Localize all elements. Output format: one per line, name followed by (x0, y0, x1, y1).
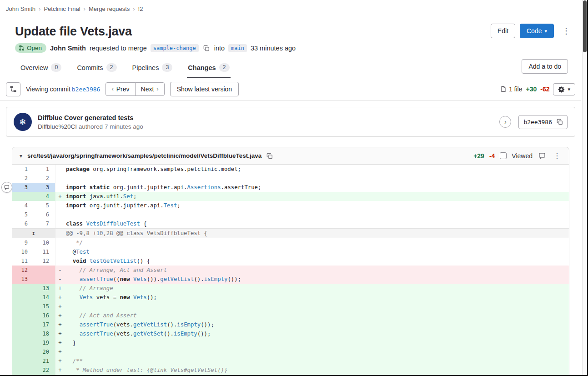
new-line-number[interactable]: 22 (34, 366, 55, 375)
new-line-number[interactable]: 2 (34, 174, 55, 183)
old-line-number[interactable]: 5 (12, 210, 34, 219)
diff-sign-cell: - (55, 266, 65, 275)
prev-commit-button[interactable]: ‹ Prev (106, 82, 135, 96)
new-line-number[interactable]: 10 (34, 238, 55, 248)
mr-options-kebab-button[interactable]: ⋮ (558, 24, 574, 38)
target-branch-label[interactable]: main (228, 44, 247, 52)
edit-button[interactable]: Edit (491, 24, 515, 38)
code-line: // Act and Assert (65, 311, 569, 320)
code-line: import static org.junit.jupiter.api.Asse… (65, 183, 569, 192)
tab-changes[interactable]: Changes 2 (187, 57, 230, 78)
new-line-number[interactable]: 17 (34, 320, 55, 329)
tab-overview[interactable]: Overview 0 (20, 57, 62, 78)
source-branch-label[interactable]: sample-change (151, 44, 199, 52)
scrollbar-thumb[interactable] (583, 0, 587, 52)
new-line-number[interactable]: 19 (34, 338, 55, 347)
code-line: package org.springframework.samples.petc… (65, 165, 569, 174)
old-line-number[interactable]: 1 (12, 165, 34, 174)
tab-count-badge: 3 (162, 63, 172, 72)
old-line-number[interactable]: 6 (12, 219, 34, 229)
old-line-number[interactable]: 11 (12, 256, 34, 266)
new-line-number[interactable]: 11 (34, 247, 55, 256)
collapse-file-button[interactable]: ▾ (19, 152, 23, 160)
new-line-number[interactable] (34, 266, 55, 275)
comment-indicator[interactable] (1, 182, 12, 193)
old-line-number[interactable] (12, 338, 34, 347)
tab-count-badge: 2 (106, 63, 117, 72)
page-scrollbar[interactable] (582, 0, 587, 375)
diff-sign-cell (55, 210, 65, 219)
old-line-number[interactable]: 4 (12, 201, 34, 210)
new-line-number[interactable]: 13 (34, 284, 55, 293)
breadcrumb-merge-requests[interactable]: Merge requests (89, 5, 130, 12)
diff-settings-button[interactable]: ▾ (553, 83, 575, 95)
old-line-number[interactable]: 13 (12, 275, 34, 284)
new-line-number[interactable]: 20 (34, 347, 55, 356)
new-line-number[interactable]: 4 (34, 192, 55, 201)
next-commit-button[interactable]: Next › (135, 82, 165, 96)
new-line-number[interactable] (34, 275, 55, 284)
breadcrumb-user[interactable]: John Smith (6, 5, 35, 12)
copy-branch-button[interactable] (202, 44, 211, 52)
viewed-checkbox[interactable] (500, 152, 507, 159)
old-line-number[interactable] (12, 356, 34, 366)
tab-commits[interactable]: Commits 2 (76, 57, 117, 78)
new-line-number[interactable]: 16 (34, 311, 55, 320)
page-title: Update file Vets.java (15, 25, 491, 39)
show-latest-version-button[interactable]: Show latest version (170, 82, 239, 96)
old-line-number[interactable] (12, 311, 34, 320)
old-line-number[interactable] (12, 293, 34, 302)
file-options-kebab-button[interactable]: ⋮ (552, 151, 563, 160)
old-line-number[interactable] (12, 302, 34, 311)
breadcrumb-separator: › (133, 5, 135, 12)
diff-line-row: 33import static org.junit.jupiter.api.As… (12, 183, 569, 192)
code-line: import org.junit.jupiter.api.Test; (65, 201, 569, 210)
diff-line-row: 12- // Arrange, Act and Assert (12, 266, 569, 275)
header-actions: Edit Code ▾ ⋮ (491, 24, 574, 38)
new-line-number[interactable]: 7 (34, 219, 55, 229)
breadcrumb-mr-id[interactable]: !2 (138, 5, 143, 12)
add-todo-button[interactable]: Add a to do (522, 59, 568, 74)
new-line-number[interactable]: 1 (34, 165, 55, 174)
old-line-number[interactable] (12, 320, 34, 329)
new-line-number[interactable]: 5 (34, 201, 55, 210)
expand-up-down-icon: ↕ (32, 230, 35, 236)
copy-commit-sha-button[interactable] (557, 119, 567, 125)
diff-sign-cell: - (55, 275, 65, 284)
diff-line-row: 22 (12, 174, 569, 183)
code-line (65, 347, 569, 356)
new-line-number[interactable]: 18 (34, 329, 55, 338)
old-line-number[interactable] (12, 329, 34, 338)
code-button-label: Code (527, 27, 542, 35)
breadcrumb-project[interactable]: Petclinic Final (44, 5, 80, 12)
old-line-number[interactable]: 10 (12, 247, 34, 256)
mr-author[interactable]: John Smith (50, 45, 86, 52)
total-additions: +30 (526, 85, 537, 93)
code-button[interactable]: Code ▾ (520, 24, 554, 38)
diff-sign-cell (55, 238, 65, 248)
expand-lines-button[interactable]: ↕ (12, 229, 55, 238)
file-browser-toggle-button[interactable] (6, 82, 20, 96)
new-line-number[interactable]: 14 (34, 293, 55, 302)
expand-commit-button[interactable]: › (499, 116, 511, 128)
old-line-number[interactable]: 3 (12, 183, 34, 192)
new-line-number[interactable]: 15 (34, 302, 55, 311)
old-line-number[interactable] (12, 284, 34, 293)
file-comment-button[interactable] (538, 151, 547, 160)
copy-file-path-button[interactable] (266, 152, 274, 160)
old-line-number[interactable]: 2 (12, 174, 34, 183)
old-line-number[interactable] (12, 366, 34, 375)
tab-pipelines[interactable]: Pipelines 3 (131, 57, 174, 78)
diff-line-row: 19+ } (12, 338, 569, 347)
new-line-number[interactable]: 21 (34, 356, 55, 366)
old-line-number[interactable]: 12 (12, 266, 34, 275)
chevron-down-icon: ▾ (568, 87, 570, 92)
new-line-number[interactable]: 3 (34, 183, 55, 192)
old-line-number[interactable]: 9 (12, 238, 34, 248)
old-line-number[interactable] (12, 192, 34, 201)
old-line-number[interactable] (12, 347, 34, 356)
file-path[interactable]: src/test/java/org/springframework/sample… (27, 152, 261, 159)
new-line-number[interactable]: 6 (34, 210, 55, 219)
new-line-number[interactable]: 12 (34, 256, 55, 266)
viewing-commit-sha-link[interactable]: b2ee3986 (72, 86, 101, 93)
